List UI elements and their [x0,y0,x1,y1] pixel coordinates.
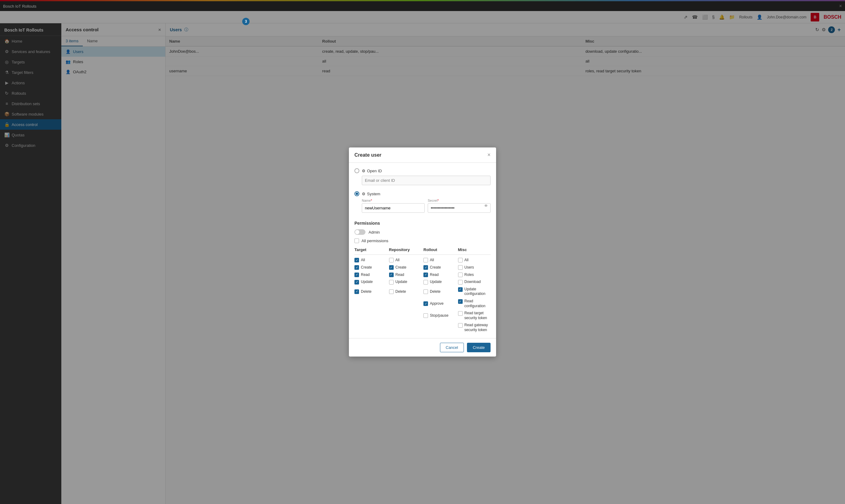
repository-create-label: Create [396,265,407,270]
permissions-title: Permissions [355,221,490,226]
misc-update-config-checkbox[interactable] [458,287,463,292]
open-id-radio-option[interactable]: ⚙ Open ID [355,168,490,173]
rollout-update-label: Update [430,280,442,285]
step-badge-3-container: 3 [242,18,250,25]
repository-update-checkbox[interactable] [389,280,394,285]
admin-toggle-row: Admin [355,229,490,235]
rollout-read-checkbox[interactable] [424,272,428,277]
secret-label: Secret* [428,199,490,202]
rollout-stop-label: Stop/pause [430,313,449,318]
repository-empty-3-cell [389,323,422,332]
email-field-container [362,176,490,188]
target-create-checkbox[interactable] [355,265,359,270]
target-update-label: Update [361,280,373,285]
misc-read-target-token-checkbox[interactable] [458,311,463,316]
email-input[interactable] [362,176,490,185]
misc-read-gateway-token-checkbox[interactable] [458,323,463,328]
permissions-header-row: Target Repository Rollout Misc [355,247,490,252]
rollout-stop-checkbox[interactable] [424,313,428,318]
system-label: ⚙ System [362,192,380,196]
dialog-overlay: 3 Create user × ⚙ Open ID [0,0,845,504]
rollout-approve-checkbox[interactable] [424,301,428,306]
misc-header: Misc [458,247,491,252]
repository-all-checkbox[interactable] [389,258,394,263]
rollout-delete-checkbox[interactable] [424,289,428,294]
misc-all-label: All [465,258,468,263]
misc-read-gateway-token-label: Read gateway security token [465,323,491,332]
rollout-approve-label: Approve [430,301,444,306]
target-create-cell: Create [355,265,387,270]
misc-read-config-checkbox[interactable] [458,299,463,304]
target-all-label: All [361,258,365,263]
rollout-create-checkbox[interactable] [424,265,428,270]
misc-users-checkbox[interactable] [458,265,463,270]
target-delete-cell: Delete [355,287,387,296]
username-input[interactable] [362,203,425,213]
misc-read-config-label: Read configuration [465,299,491,308]
rollout-update-cell: Update [424,280,456,285]
misc-read-target-token-cell: Read target security token [458,311,491,320]
misc-all-cell: All [458,258,491,263]
repository-read-checkbox[interactable] [389,272,394,277]
rollout-delete-cell: Delete [424,287,456,296]
misc-download-label: Download [465,280,481,285]
show-secret-icon[interactable]: 👁 [484,203,488,208]
misc-download-checkbox[interactable] [458,280,463,285]
misc-update-config-cell: Update configuration [458,287,491,296]
repository-all-label: All [396,258,399,263]
target-update-checkbox[interactable] [355,280,359,285]
target-read-checkbox[interactable] [355,272,359,277]
create-button[interactable]: Create [467,343,490,352]
all-permissions-checkbox[interactable] [355,238,359,243]
repository-read-label: Read [396,272,404,277]
target-read-cell: Read [355,272,387,277]
name-required: * [371,199,372,202]
open-id-radio[interactable] [355,168,359,173]
repository-delete-label: Delete [396,289,406,294]
target-delete-checkbox[interactable] [355,289,359,294]
repository-empty-2-cell [389,311,422,320]
dialog-footer: Cancel Create [349,338,496,357]
system-icon: ⚙ [362,192,365,196]
target-all-cell: All [355,258,387,263]
target-create-label: Create [361,265,372,270]
system-radio[interactable] [355,191,359,196]
all-permissions-label: All permissions [361,238,388,243]
step-badge-3: 3 [242,18,250,25]
open-id-icon: ⚙ [362,168,365,173]
repository-create-cell: Create [389,265,422,270]
rollout-empty-cell [424,323,456,332]
rollout-update-checkbox[interactable] [424,280,428,285]
repository-delete-checkbox[interactable] [389,289,394,294]
perm-all-row: All All All All [355,258,490,263]
rollout-all-checkbox[interactable] [424,258,428,263]
perm-separator [355,254,490,255]
dialog-header: Create user × [349,147,496,163]
rollout-create-label: Create [430,265,441,270]
misc-users-cell: Users [458,265,491,270]
target-all-checkbox[interactable] [355,258,359,263]
misc-read-config-cell: Read configuration [458,299,491,308]
cancel-button[interactable]: Cancel [440,343,464,352]
system-fields: Name* Secret* 👁 [362,199,490,216]
misc-all-checkbox[interactable] [458,258,463,263]
misc-update-config-label: Update configuration [465,287,491,296]
dialog-body: ⚙ Open ID ⚙ System [349,163,496,338]
secret-field-container: Secret* 👁 [428,199,490,213]
repository-create-checkbox[interactable] [389,265,394,270]
secret-required: * [437,199,439,202]
misc-roles-checkbox[interactable] [458,272,463,277]
target-read-label: Read [361,272,370,277]
name-label: Name* [362,199,425,202]
admin-toggle[interactable] [355,229,365,235]
rollout-header: Rollout [424,247,456,252]
misc-roles-label: Roles [465,272,474,277]
target-update-cell: Update [355,280,387,285]
auth-type-radio-group: ⚙ Open ID ⚙ System [355,168,490,216]
secret-input[interactable] [428,203,490,213]
open-id-section: ⚙ Open ID [355,168,490,188]
system-radio-option[interactable]: ⚙ System [355,191,490,196]
system-section: ⚙ System Name* Secre [355,191,490,216]
repository-all-cell: All [389,258,422,263]
dialog-close-button[interactable]: × [487,152,490,158]
